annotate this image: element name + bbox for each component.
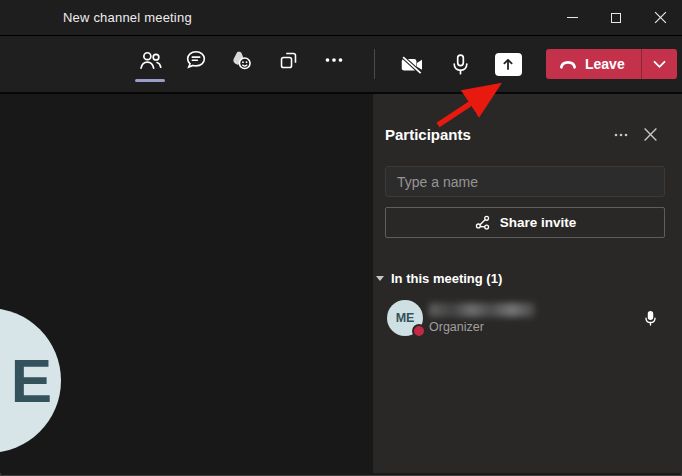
participant-role: Organizer: [429, 320, 535, 334]
participants-tab[interactable]: [127, 36, 173, 92]
stage-avatar-letter: E: [11, 345, 52, 416]
participant-avatar: ME: [387, 300, 423, 336]
share-screen-button[interactable]: [484, 36, 532, 92]
share-icon: [474, 214, 491, 231]
close-button[interactable]: [638, 0, 682, 35]
leave-button[interactable]: Leave: [546, 49, 641, 79]
window-title: New channel meeting: [0, 10, 192, 25]
meeting-toolbar: Leave: [0, 36, 682, 94]
close-icon: [643, 127, 658, 142]
ellipsis-icon: [321, 47, 347, 73]
search-participant-input[interactable]: [385, 166, 665, 197]
participant-mic-button[interactable]: [641, 309, 660, 328]
toolbar-divider: [374, 49, 375, 79]
leave-label: Leave: [585, 56, 625, 72]
participant-row[interactable]: ME Organizer: [387, 300, 660, 336]
chevron-down-icon: [653, 60, 666, 69]
leave-button-group: Leave: [546, 49, 677, 79]
reactions-icon: [229, 47, 256, 74]
leave-options-dropdown[interactable]: [641, 49, 677, 79]
panel-more-button[interactable]: [599, 127, 629, 143]
participants-panel: Participants: [373, 94, 682, 473]
stage-avatar: E: [0, 308, 61, 453]
titlebar: New channel meeting: [0, 0, 682, 36]
busy-status-dot: [412, 324, 426, 338]
in-this-meeting-label: In this meeting (1): [391, 271, 502, 286]
participants-panel-title: Participants: [385, 126, 471, 143]
toolbar-tabs: [127, 36, 357, 92]
ellipsis-icon: [613, 127, 629, 143]
active-tab-indicator: [135, 79, 165, 82]
participant-name-redacted: [429, 303, 535, 317]
video-stage: E: [0, 94, 373, 473]
share-invite-label: Share invite: [500, 215, 577, 230]
participants-panel-header: Participants: [373, 94, 682, 143]
share-screen-icon: [495, 53, 522, 76]
participant-initials: ME: [396, 311, 415, 325]
camera-off-icon: [397, 51, 427, 78]
minimize-icon: [567, 17, 578, 18]
device-controls: [388, 36, 532, 92]
collapse-chevron-icon: [376, 276, 384, 281]
breakout-rooms-tab[interactable]: [265, 36, 311, 92]
teams-meeting-window: New channel meeting: [0, 0, 682, 476]
microphone-icon: [641, 309, 660, 328]
reactions-tab[interactable]: [219, 36, 265, 92]
chat-tab[interactable]: [173, 36, 219, 92]
microphone-icon: [447, 51, 474, 78]
share-invite-button[interactable]: Share invite: [385, 207, 665, 238]
minimize-button[interactable]: [550, 0, 594, 35]
camera-off-button[interactable]: [388, 36, 436, 92]
in-this-meeting-section-header[interactable]: In this meeting (1): [376, 271, 682, 286]
chat-icon: [183, 47, 209, 73]
more-options-tab[interactable]: [311, 36, 357, 92]
close-icon: [654, 11, 667, 24]
people-icon: [137, 47, 164, 74]
maximize-button[interactable]: [594, 0, 638, 35]
maximize-icon: [611, 13, 621, 23]
breakout-rooms-icon: [276, 48, 301, 73]
microphone-button[interactable]: [436, 36, 484, 92]
panel-close-button[interactable]: [629, 127, 658, 142]
participant-info: Organizer: [429, 303, 535, 334]
meeting-content: E Participants: [0, 94, 682, 473]
window-controls: [550, 0, 682, 35]
hang-up-icon: [559, 57, 577, 71]
